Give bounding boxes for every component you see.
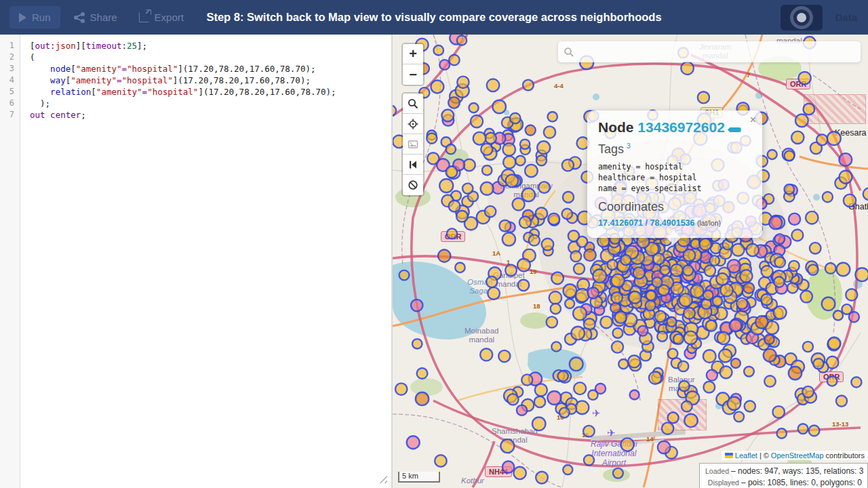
poi-marker[interactable]: [456, 211, 468, 222]
poi-marker[interactable]: [520, 140, 530, 149]
poi-marker[interactable]: [503, 156, 515, 168]
poi-marker[interactable]: [673, 334, 684, 344]
poi-marker[interactable]: [576, 289, 589, 302]
poi-marker[interactable]: [486, 133, 496, 144]
poi-marker[interactable]: [407, 436, 420, 449]
poi-marker[interactable]: [457, 35, 467, 45]
poi-marker[interactable]: [488, 287, 500, 300]
poi-marker[interactable]: [588, 390, 597, 400]
poi-marker[interactable]: [544, 126, 555, 138]
poi-marker[interactable]: [705, 265, 715, 276]
markers-layer[interactable]: [393, 35, 868, 488]
poi-marker[interactable]: [551, 342, 561, 351]
search-input[interactable]: [574, 41, 861, 62]
poi-marker[interactable]: [517, 259, 530, 272]
poi-marker[interactable]: [462, 183, 473, 193]
poi-marker[interactable]: [526, 125, 536, 136]
poi-marker[interactable]: [764, 375, 776, 387]
poi-marker[interactable]: [573, 307, 587, 321]
poi-marker[interactable]: [769, 216, 782, 229]
poi-marker[interactable]: [703, 382, 715, 393]
poi-marker[interactable]: [684, 414, 697, 427]
poi-marker[interactable]: [620, 255, 631, 265]
poi-marker[interactable]: [534, 396, 545, 407]
coordinates-link[interactable]: 17.4126071 / 78.4901536: [598, 218, 695, 228]
poi-marker[interactable]: [612, 341, 623, 352]
poi-marker[interactable]: [823, 192, 833, 202]
poi-marker[interactable]: [562, 209, 572, 219]
poi-marker[interactable]: [416, 392, 429, 405]
poi-marker[interactable]: [633, 267, 645, 279]
poi-marker[interactable]: [498, 350, 510, 362]
clear-results-button[interactable]: [403, 175, 423, 195]
locate-button[interactable]: [403, 114, 423, 134]
poi-marker[interactable]: [846, 289, 857, 300]
poi-marker[interactable]: [728, 397, 741, 410]
geocoder-searchbox[interactable]: [558, 41, 861, 62]
poi-marker[interactable]: [720, 366, 732, 378]
poi-marker[interactable]: [703, 290, 713, 300]
poi-marker[interactable]: [548, 112, 557, 121]
poi-marker[interactable]: [502, 461, 514, 472]
poi-marker[interactable]: [439, 60, 450, 70]
poi-marker[interactable]: [798, 424, 808, 434]
poi-marker[interactable]: [803, 342, 813, 352]
poi-marker[interactable]: [502, 232, 515, 245]
poi-marker[interactable]: [549, 291, 562, 304]
poi-marker[interactable]: [653, 253, 665, 265]
poi-marker[interactable]: [487, 79, 500, 92]
poi-marker[interactable]: [777, 428, 787, 438]
poi-marker[interactable]: [863, 188, 868, 200]
poi-marker[interactable]: [662, 422, 673, 434]
poi-marker[interactable]: [795, 115, 808, 127]
poi-marker[interactable]: [513, 198, 525, 210]
poi-marker[interactable]: [551, 304, 561, 314]
panel-divider[interactable]: [391, 35, 393, 488]
poi-marker[interactable]: [810, 243, 821, 254]
leaflet-link[interactable]: Leaflet: [735, 451, 757, 460]
poi-marker[interactable]: [700, 239, 711, 250]
poi-marker[interactable]: [660, 266, 669, 275]
poi-marker[interactable]: [827, 131, 841, 145]
poi-marker[interactable]: [482, 165, 492, 175]
poi-marker[interactable]: [764, 349, 776, 362]
poi-marker[interactable]: [679, 381, 689, 391]
poi-marker[interactable]: [655, 311, 667, 323]
poi-marker[interactable]: [671, 264, 683, 277]
poi-marker[interactable]: [851, 377, 861, 387]
poi-marker[interactable]: [536, 155, 547, 165]
poi-marker[interactable]: [837, 263, 850, 277]
poi-marker[interactable]: [657, 331, 667, 342]
poi-marker[interactable]: [679, 293, 692, 306]
poi-marker[interactable]: [731, 359, 741, 368]
poi-marker[interactable]: [486, 277, 497, 287]
query-editor[interactable]: 1234567 [out:json][timeout:25];( node["a…: [0, 35, 391, 488]
poi-marker[interactable]: [816, 134, 827, 145]
poi-marker[interactable]: [827, 376, 837, 386]
poi-marker[interactable]: [785, 150, 795, 161]
poi-marker[interactable]: [485, 206, 496, 217]
poi-marker[interactable]: [802, 386, 814, 398]
poi-marker[interactable]: [681, 62, 694, 75]
poi-marker[interactable]: [785, 184, 795, 195]
poi-marker[interactable]: [499, 220, 511, 232]
poi-marker[interactable]: [667, 317, 676, 327]
poi-marker[interactable]: [761, 294, 772, 305]
poi-marker[interactable]: [519, 216, 531, 228]
poi-marker[interactable]: [808, 264, 818, 274]
poi-marker[interactable]: [446, 144, 456, 154]
poi-marker[interactable]: [774, 257, 785, 268]
map-canvas[interactable]: Jinnaram mandalmandalSerilingampally man…: [393, 35, 868, 488]
poi-marker[interactable]: [568, 230, 579, 241]
poi-marker[interactable]: [668, 348, 678, 359]
poi-marker[interactable]: [427, 134, 437, 144]
poi-marker[interactable]: [502, 143, 515, 156]
poi-marker[interactable]: [716, 273, 728, 285]
poi-marker[interactable]: [809, 426, 820, 436]
poi-marker[interactable]: [417, 368, 428, 379]
poi-marker[interactable]: [678, 361, 688, 371]
poi-marker[interactable]: [747, 244, 759, 256]
poi-marker[interactable]: [789, 367, 802, 380]
poi-marker[interactable]: [521, 374, 532, 385]
poi-marker[interactable]: [789, 214, 800, 225]
